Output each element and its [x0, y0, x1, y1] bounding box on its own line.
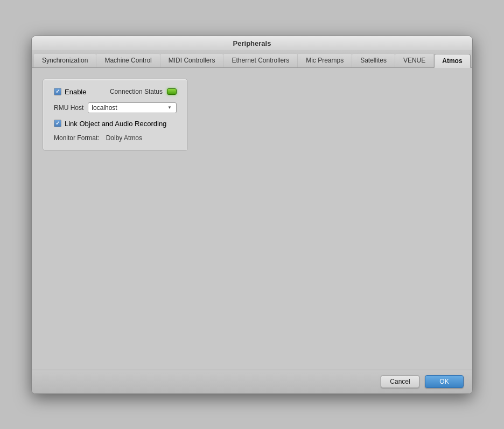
rmu-host-select[interactable]: localhost ▼ — [88, 102, 177, 113]
monitor-format-label: Monitor Format: — [54, 134, 100, 142]
window-title: Peripherals — [233, 39, 271, 47]
monitor-format-row: Monitor Format: Dolby Atmos — [54, 134, 177, 142]
connection-status-led — [167, 88, 177, 95]
cancel-button[interactable]: Cancel — [381, 375, 419, 388]
enable-row: Enable Connection Status — [54, 88, 177, 96]
link-row: Link Object and Audio Recording — [54, 120, 177, 128]
tab-bar: Synchronization Machine Control MIDI Con… — [32, 51, 472, 68]
peripherals-window: Peripherals Synchronization Machine Cont… — [31, 36, 473, 394]
rmu-host-value: localhost — [92, 104, 166, 112]
rmu-host-label: RMU Host — [54, 104, 83, 112]
content-area: Enable Connection Status RMU Host localh… — [32, 68, 472, 370]
title-bar: Peripherals — [32, 36, 472, 51]
link-label: Link Object and Audio Recording — [65, 120, 166, 128]
tab-midi-controllers[interactable]: MIDI Controllers — [160, 53, 223, 67]
tab-venue[interactable]: VENUE — [395, 53, 433, 67]
link-checkbox-label[interactable]: Link Object and Audio Recording — [54, 120, 166, 128]
atmos-panel: Enable Connection Status RMU Host localh… — [43, 79, 188, 151]
tab-atmos[interactable]: Atmos — [434, 54, 470, 68]
monitor-format-value: Dolby Atmos — [106, 134, 142, 142]
tab-synchronization[interactable]: Synchronization — [34, 53, 96, 67]
bottom-bar: Cancel OK — [32, 370, 472, 393]
rmu-host-row: RMU Host localhost ▼ — [54, 102, 177, 113]
tab-satellites[interactable]: Satellites — [352, 53, 395, 67]
enable-checkbox[interactable] — [54, 88, 61, 95]
connection-status-label: Connection Status — [110, 88, 163, 95]
enable-checkbox-label[interactable]: Enable — [54, 88, 86, 96]
tab-mic-preamps[interactable]: Mic Preamps — [298, 53, 352, 67]
dropdown-arrow-icon: ▼ — [166, 105, 173, 111]
tab-machine-control[interactable]: Machine Control — [96, 53, 159, 67]
ok-button[interactable]: OK — [425, 375, 464, 388]
link-checkbox[interactable] — [54, 120, 61, 127]
connection-status-area: Connection Status — [110, 88, 177, 95]
enable-label: Enable — [65, 88, 86, 96]
tab-ethernet-controllers[interactable]: Ethernet Controllers — [223, 53, 297, 67]
